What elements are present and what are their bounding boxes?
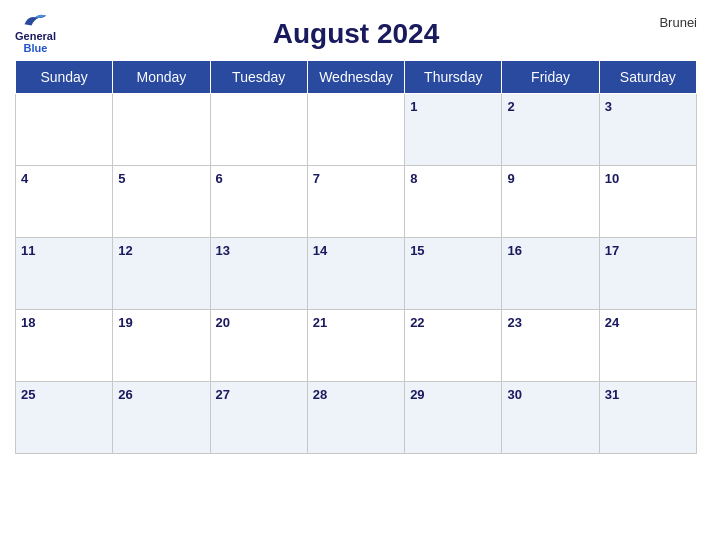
calendar-wrapper: General Blue August 2024 Brunei Sunday M… — [0, 0, 712, 550]
calendar-cell: 5 — [113, 166, 210, 238]
calendar-week-row: 11121314151617 — [16, 238, 697, 310]
calendar-cell: 27 — [210, 382, 307, 454]
day-number: 19 — [118, 315, 132, 330]
calendar-cell: 19 — [113, 310, 210, 382]
calendar-cell: 14 — [307, 238, 404, 310]
calendar-week-row: 25262728293031 — [16, 382, 697, 454]
header-tuesday: Tuesday — [210, 61, 307, 94]
day-number: 20 — [216, 315, 230, 330]
day-number: 15 — [410, 243, 424, 258]
logo-general-text: General — [15, 30, 56, 42]
day-number: 3 — [605, 99, 612, 114]
logo-blue-text: Blue — [24, 42, 48, 54]
calendar-cell: 29 — [405, 382, 502, 454]
day-number: 23 — [507, 315, 521, 330]
calendar-cell: 9 — [502, 166, 599, 238]
calendar-cell: 13 — [210, 238, 307, 310]
calendar-cell — [307, 94, 404, 166]
country-label: Brunei — [659, 15, 697, 30]
calendar-cell: 12 — [113, 238, 210, 310]
calendar-cell: 22 — [405, 310, 502, 382]
calendar-title: August 2024 — [15, 18, 697, 50]
calendar-week-row: 18192021222324 — [16, 310, 697, 382]
logo-area: General Blue — [15, 10, 56, 54]
day-number: 24 — [605, 315, 619, 330]
calendar-cell: 15 — [405, 238, 502, 310]
calendar-cell: 16 — [502, 238, 599, 310]
calendar-cell: 18 — [16, 310, 113, 382]
calendar-cell: 31 — [599, 382, 696, 454]
calendar-cell: 28 — [307, 382, 404, 454]
days-header-row: Sunday Monday Tuesday Wednesday Thursday… — [16, 61, 697, 94]
day-number: 14 — [313, 243, 327, 258]
calendar-cell: 23 — [502, 310, 599, 382]
day-number: 22 — [410, 315, 424, 330]
day-number: 26 — [118, 387, 132, 402]
day-number: 17 — [605, 243, 619, 258]
day-number: 11 — [21, 243, 35, 258]
header-sunday: Sunday — [16, 61, 113, 94]
day-number: 29 — [410, 387, 424, 402]
day-number: 5 — [118, 171, 125, 186]
calendar-cell: 25 — [16, 382, 113, 454]
header-wednesday: Wednesday — [307, 61, 404, 94]
day-number: 9 — [507, 171, 514, 186]
calendar-cell: 7 — [307, 166, 404, 238]
calendar-cell: 2 — [502, 94, 599, 166]
logo-icon — [21, 10, 49, 30]
calendar-cell: 20 — [210, 310, 307, 382]
calendar-cell: 1 — [405, 94, 502, 166]
calendar-week-row: 123 — [16, 94, 697, 166]
day-number: 8 — [410, 171, 417, 186]
day-number: 31 — [605, 387, 619, 402]
calendar-cell: 24 — [599, 310, 696, 382]
day-number: 4 — [21, 171, 28, 186]
calendar-cell: 4 — [16, 166, 113, 238]
calendar-cell — [16, 94, 113, 166]
day-number: 2 — [507, 99, 514, 114]
day-number: 21 — [313, 315, 327, 330]
calendar-week-row: 45678910 — [16, 166, 697, 238]
day-number: 30 — [507, 387, 521, 402]
day-number: 16 — [507, 243, 521, 258]
calendar-cell: 10 — [599, 166, 696, 238]
day-number: 13 — [216, 243, 230, 258]
day-number: 7 — [313, 171, 320, 186]
calendar-cell: 30 — [502, 382, 599, 454]
calendar-cell: 21 — [307, 310, 404, 382]
day-number: 6 — [216, 171, 223, 186]
day-number: 28 — [313, 387, 327, 402]
day-number: 10 — [605, 171, 619, 186]
header-thursday: Thursday — [405, 61, 502, 94]
calendar-cell: 17 — [599, 238, 696, 310]
calendar-cell — [210, 94, 307, 166]
calendar-cell: 11 — [16, 238, 113, 310]
day-number: 27 — [216, 387, 230, 402]
day-number: 1 — [410, 99, 417, 114]
day-number: 12 — [118, 243, 132, 258]
calendar-cell: 3 — [599, 94, 696, 166]
calendar-cell: 6 — [210, 166, 307, 238]
header-saturday: Saturday — [599, 61, 696, 94]
calendar-header: General Blue August 2024 Brunei — [15, 10, 697, 54]
day-number: 18 — [21, 315, 35, 330]
header-monday: Monday — [113, 61, 210, 94]
header-friday: Friday — [502, 61, 599, 94]
calendar-table: Sunday Monday Tuesday Wednesday Thursday… — [15, 60, 697, 454]
day-number: 25 — [21, 387, 35, 402]
calendar-cell: 8 — [405, 166, 502, 238]
calendar-cell — [113, 94, 210, 166]
calendar-cell: 26 — [113, 382, 210, 454]
